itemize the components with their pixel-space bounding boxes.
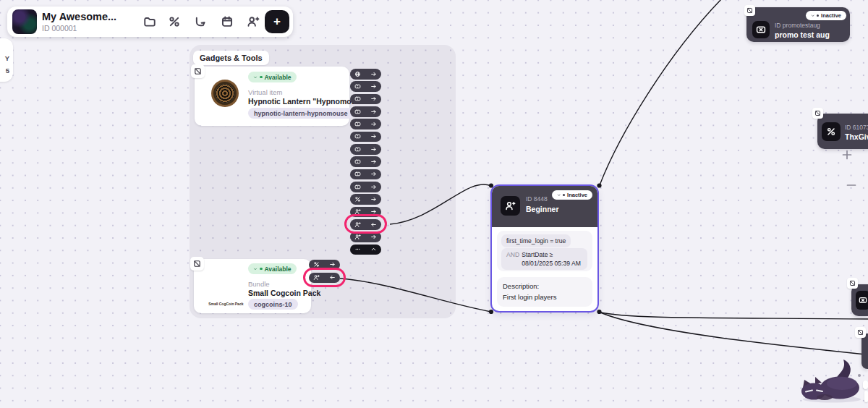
toolbar-user-plus-button[interactable] xyxy=(247,15,260,28)
item-image-coins: Small CogCoin Pack xyxy=(200,263,246,309)
action-pill-percent-right-10[interactable] xyxy=(350,194,381,205)
status-dot xyxy=(260,76,263,79)
action-pill-user-plus-left-12[interactable] xyxy=(350,219,381,230)
action-pill-user-plus-left-b1[interactable] xyxy=(309,273,340,284)
action-pill-ticket-right-6[interactable] xyxy=(350,144,381,155)
eye-off-icon[interactable] xyxy=(191,64,205,78)
arrow-right-icon xyxy=(370,95,377,102)
action-pill-ticket-right-7[interactable] xyxy=(350,156,381,167)
action-pill-user-plus-right-13[interactable] xyxy=(350,231,381,242)
toolbar-calendar-button[interactable] xyxy=(221,15,234,28)
item-type-label: Bundle xyxy=(248,280,270,288)
action-pill-ticket-right-1[interactable] xyxy=(350,81,381,92)
eye-off-icon[interactable] xyxy=(855,327,866,338)
action-pill-ticket-right-2[interactable] xyxy=(350,94,381,105)
ticket-icon xyxy=(354,109,361,115)
eye-off-icon[interactable] xyxy=(744,5,755,16)
ticket-icon xyxy=(354,184,361,190)
toolbar-redo-curve-button[interactable] xyxy=(194,15,207,28)
eye-off-icon[interactable] xyxy=(190,257,204,271)
connector-dot-bottom-right[interactable] xyxy=(597,310,601,314)
toolbar-percent-button[interactable] xyxy=(168,15,181,28)
zoom-in-button[interactable] xyxy=(841,149,853,161)
globe-icon xyxy=(354,71,361,77)
action-pill-ticket-right-3[interactable] xyxy=(350,106,381,117)
action-pill-globe-right-0[interactable] xyxy=(350,69,381,80)
add-button[interactable]: + xyxy=(265,10,289,33)
redo-curve-icon xyxy=(194,15,207,28)
status-label: Available xyxy=(265,74,292,81)
ticket-icon xyxy=(354,121,361,127)
item-name: Small Cogcoin Pack xyxy=(248,289,320,297)
action-pill-ticket-right-4[interactable] xyxy=(350,119,381,129)
chevron-down-icon xyxy=(811,14,815,18)
beginner-node-header: ID 8448 Beginner Inactive xyxy=(492,186,597,227)
user-plus-icon xyxy=(354,208,361,215)
left-partial-line1: Y xyxy=(5,54,9,62)
status-label: Inactive xyxy=(567,192,587,198)
action-pill-ticket-right-5[interactable] xyxy=(350,132,381,143)
percent-icon xyxy=(313,261,320,268)
ticket-icon xyxy=(354,95,361,102)
ticket-icon xyxy=(354,171,361,177)
condition-prefix: AND xyxy=(506,250,519,268)
zoom-out-button[interactable] xyxy=(846,179,857,191)
ticket-icon xyxy=(354,158,361,165)
condition-pill: AND StartDate ≥ 08/01/2025 05:39 AM xyxy=(501,248,587,270)
conditions-section: first_time_login = true AND StartDate ≥ … xyxy=(497,231,592,271)
arrow-right-icon xyxy=(370,196,377,203)
arrow-right-icon xyxy=(329,261,336,268)
arrow-right-icon xyxy=(370,133,377,140)
status-badge-inactive[interactable]: Inactive xyxy=(806,11,846,20)
action-pill-dots-up-14[interactable] xyxy=(350,245,381,255)
percent-icon xyxy=(168,15,181,28)
toolbar-folder-button[interactable] xyxy=(143,15,156,28)
item-card-hypnotic-lantern[interactable]: Available Virtual item Hypnotic Lantern … xyxy=(195,67,349,126)
plus-icon: + xyxy=(273,14,281,28)
status-badge-available[interactable]: Available xyxy=(248,263,297,274)
arrow-right-icon xyxy=(370,121,377,127)
action-pill-ticket-right-9[interactable] xyxy=(350,182,381,192)
ticket-icon xyxy=(354,133,361,140)
condition-text: StartDate ≥ 08/01/2025 05:39 AM xyxy=(522,250,582,268)
left-partial-node[interactable]: Y 5 xyxy=(0,38,13,82)
cat-illustration xyxy=(797,354,866,404)
node-title: ThxGiving xyxy=(845,132,868,141)
arrow-left-icon xyxy=(370,221,377,228)
connector-dot-top-right[interactable] xyxy=(597,183,601,187)
thanksgiving-node[interactable]: ID 61073 ThxGiving xyxy=(817,114,868,149)
description-text: First login players xyxy=(503,293,556,301)
status-label: Inactive xyxy=(821,12,841,19)
arrow-right-icon xyxy=(370,146,377,153)
status-dot xyxy=(260,268,263,271)
chevron-down-icon xyxy=(253,75,258,80)
item-card-cogcoin-pack[interactable]: Small CogCoin Pack Available Bundle Smal… xyxy=(194,259,311,313)
chevron-up-icon xyxy=(370,246,377,252)
status-badge-inactive[interactable]: Inactive xyxy=(552,190,592,200)
action-pill-ticket-right-8[interactable] xyxy=(350,169,381,180)
arrow-left-icon xyxy=(329,274,336,281)
arrow-right-icon xyxy=(370,83,377,90)
action-pill-percent-right-b0[interactable] xyxy=(309,260,340,271)
ticket-icon xyxy=(354,83,361,90)
segment-node-beginner[interactable]: ID 8448 Beginner Inactive first_time_log… xyxy=(490,184,599,313)
left-partial-line2: 5 xyxy=(6,67,9,75)
status-badge-available[interactable]: Available xyxy=(248,72,297,82)
arrow-right-icon xyxy=(370,234,377,240)
status-dot xyxy=(563,194,565,196)
group-title[interactable]: Gadgets & Tools xyxy=(193,51,269,65)
node-canvas[interactable]: Gadgets & Tools My Awesome... ID 000001 … xyxy=(0,0,868,408)
action-pill-user-plus-right-11[interactable] xyxy=(350,207,381,218)
user-plus-icon xyxy=(354,221,361,228)
chevron-down-icon xyxy=(557,193,561,197)
ticket-icon xyxy=(354,146,361,153)
percent-icon xyxy=(354,196,361,203)
eye-off-icon[interactable] xyxy=(847,278,858,289)
campaign-header-card[interactable]: My Awesome... ID 000001 + xyxy=(7,7,293,37)
promo-node[interactable]: ID promotestaug promo test aug Inactive xyxy=(746,7,850,42)
right-partial-node-a[interactable] xyxy=(851,284,868,316)
eye-off-icon[interactable] xyxy=(812,108,823,119)
item-type-label: Virtual item xyxy=(248,88,282,96)
wire-beginner-to-right-node xyxy=(600,313,868,320)
percent-icon xyxy=(822,122,841,141)
